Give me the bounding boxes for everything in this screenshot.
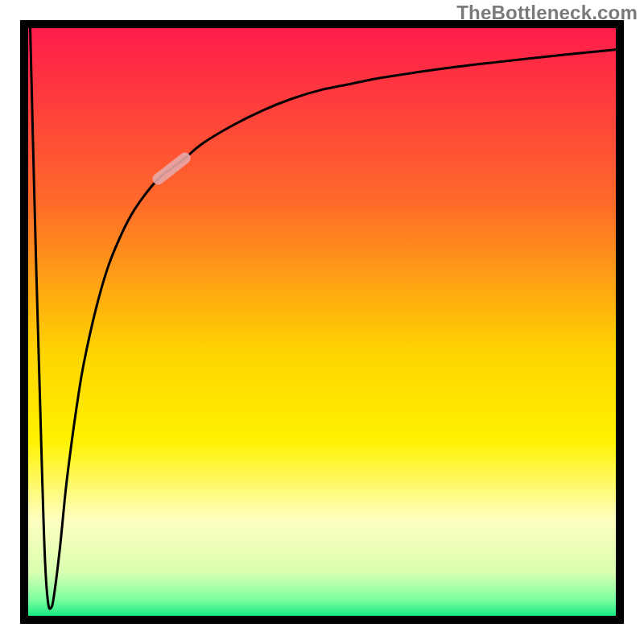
gradient-background (24, 24, 620, 620)
chart-canvas: TheBottleneck.com (0, 0, 644, 644)
chart-svg (0, 0, 644, 644)
plot-area (24, 24, 620, 620)
watermark-text: TheBottleneck.com (456, 2, 638, 24)
